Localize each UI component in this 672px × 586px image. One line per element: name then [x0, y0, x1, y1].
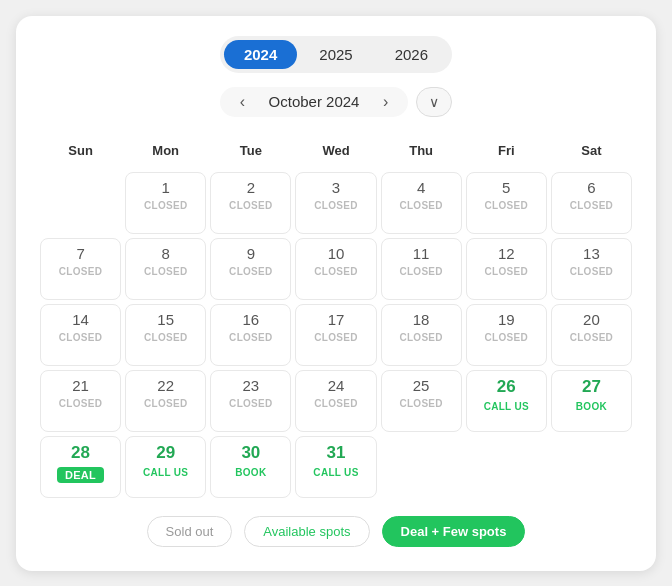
day-cell-9[interactable]: 9 CLOSED: [210, 238, 291, 300]
day-cell-15[interactable]: 15 CLOSED: [125, 304, 206, 366]
day-cell-10[interactable]: 10 CLOSED: [295, 238, 376, 300]
calendar-container: 2024 2025 2026 ‹ October 2024 › ∨ Sun Mo…: [16, 16, 656, 571]
day-cell-28[interactable]: 28 DEAL: [40, 436, 121, 498]
prev-month-button[interactable]: ‹: [236, 93, 249, 111]
day-cell-20[interactable]: 20 CLOSED: [551, 304, 632, 366]
day-cell-4[interactable]: 4 CLOSED: [381, 172, 462, 234]
day-cell-22[interactable]: 22 CLOSED: [125, 370, 206, 432]
day-cell-26[interactable]: 26 CALL US: [466, 370, 547, 432]
day-cell-13[interactable]: 13 CLOSED: [551, 238, 632, 300]
legend: Sold out Available spots Deal + Few spot…: [40, 516, 632, 547]
year-2025-button[interactable]: 2025: [299, 40, 372, 69]
month-label: October 2024: [259, 93, 369, 110]
day-cell-7[interactable]: 7 CLOSED: [40, 238, 121, 300]
legend-available: Available spots: [244, 516, 369, 547]
calendar-grid: Sun Mon Tue Wed Thu Fri Sat 1 CLOSED 2 C…: [40, 137, 632, 498]
month-nav-inner: ‹ October 2024 ›: [220, 87, 409, 117]
day-cell-12[interactable]: 12 CLOSED: [466, 238, 547, 300]
day-cell-30[interactable]: 30 BOOK: [210, 436, 291, 498]
day-cell-17[interactable]: 17 CLOSED: [295, 304, 376, 366]
day-cell-31[interactable]: 31 CALL US: [295, 436, 376, 498]
year-selector-inner: 2024 2025 2026: [220, 36, 452, 73]
day-cell-5[interactable]: 5 CLOSED: [466, 172, 547, 234]
day-cell-25[interactable]: 25 CLOSED: [381, 370, 462, 432]
empty-cell-end2: [466, 436, 547, 498]
year-2026-button[interactable]: 2026: [375, 40, 448, 69]
year-selector: 2024 2025 2026: [40, 36, 632, 73]
day-header-sun: Sun: [40, 137, 121, 168]
day-cell-8[interactable]: 8 CLOSED: [125, 238, 206, 300]
day-cell-18[interactable]: 18 CLOSED: [381, 304, 462, 366]
day-cell-16[interactable]: 16 CLOSED: [210, 304, 291, 366]
day-cell-2[interactable]: 2 CLOSED: [210, 172, 291, 234]
legend-sold-out: Sold out: [147, 516, 233, 547]
day-cell-23[interactable]: 23 CLOSED: [210, 370, 291, 432]
day-cell-1[interactable]: 1 CLOSED: [125, 172, 206, 234]
day-cell-11[interactable]: 11 CLOSED: [381, 238, 462, 300]
day-cell-29[interactable]: 29 CALL US: [125, 436, 206, 498]
empty-cell-end1: [381, 436, 462, 498]
day-cell-24[interactable]: 24 CLOSED: [295, 370, 376, 432]
day-header-tue: Tue: [210, 137, 291, 168]
day-header-sat: Sat: [551, 137, 632, 168]
day-cell-27[interactable]: 27 BOOK: [551, 370, 632, 432]
day-cell-14[interactable]: 14 CLOSED: [40, 304, 121, 366]
empty-cell: [40, 172, 121, 234]
month-dropdown-button[interactable]: ∨: [416, 87, 452, 117]
day-header-mon: Mon: [125, 137, 206, 168]
next-month-button[interactable]: ›: [379, 93, 392, 111]
day-cell-21[interactable]: 21 CLOSED: [40, 370, 121, 432]
day-header-wed: Wed: [295, 137, 376, 168]
day-header-fri: Fri: [466, 137, 547, 168]
legend-deal: Deal + Few spots: [382, 516, 526, 547]
year-2024-button[interactable]: 2024: [224, 40, 297, 69]
day-cell-19[interactable]: 19 CLOSED: [466, 304, 547, 366]
day-cell-6[interactable]: 6 CLOSED: [551, 172, 632, 234]
day-header-thu: Thu: [381, 137, 462, 168]
day-cell-3[interactable]: 3 CLOSED: [295, 172, 376, 234]
month-nav: ‹ October 2024 › ∨: [40, 87, 632, 117]
